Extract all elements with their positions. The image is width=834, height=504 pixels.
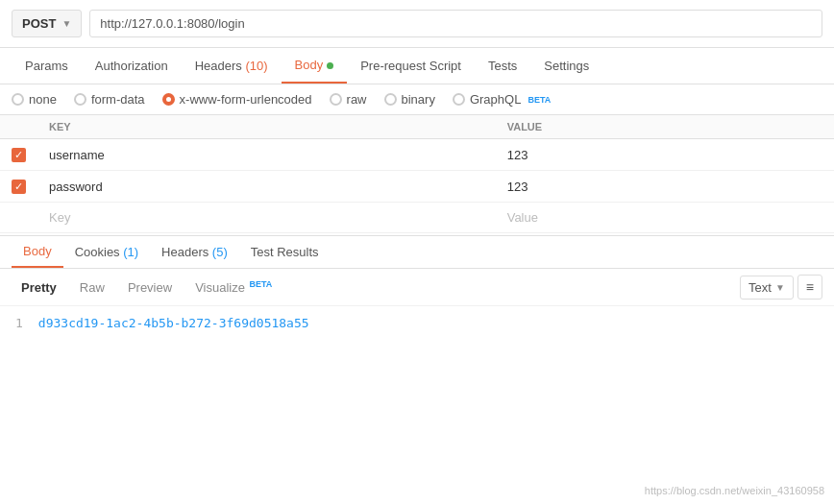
method-select[interactable]: POST ▼	[12, 10, 82, 37]
kv-new-row: KeyValue	[0, 203, 834, 233]
radio-form-data[interactable]: form-data	[74, 92, 145, 107]
bottom-tab-body[interactable]: Body	[12, 236, 63, 268]
tab-authorization[interactable]: Authorization	[82, 49, 182, 83]
tab-badge-headers: (10)	[242, 59, 268, 73]
bottom-tab-headers[interactable]: Headers (5)	[150, 237, 239, 267]
line-number: 1	[15, 316, 23, 330]
row-value-0[interactable]: 123	[496, 139, 834, 171]
radio-label-graphql: GraphQL	[470, 92, 521, 107]
wrap-icon: ≡	[806, 279, 814, 295]
kv-row: ✓username123	[0, 139, 834, 171]
method-label: POST	[22, 16, 56, 31]
radio-circle-graphql	[453, 93, 465, 106]
resp-tab-raw[interactable]: Raw	[70, 276, 114, 300]
url-input[interactable]	[89, 10, 822, 37]
radio-label-form-data: form-data	[91, 92, 145, 107]
watermark: https://blog.csdn.net/weixin_43160958	[645, 485, 824, 496]
tab-params[interactable]: Params	[12, 49, 82, 83]
new-row-value[interactable]: Value	[496, 203, 834, 233]
method-arrow: ▼	[61, 18, 71, 29]
checkbox-0[interactable]: ✓	[12, 148, 26, 162]
new-val-placeholder: Value	[507, 210, 538, 225]
format-label: Text	[748, 280, 772, 295]
response-line: 1d933cd19-1ac2-4b5b-b272-3f69d0518a55	[15, 316, 819, 330]
resp-tab-pretty[interactable]: Pretty	[12, 276, 66, 300]
radio-none[interactable]: none	[12, 92, 57, 107]
new-row-checkbox-cell	[0, 203, 37, 233]
radio-label-raw: raw	[347, 92, 367, 107]
radio-binary[interactable]: binary	[384, 92, 435, 107]
response-token: d933cd19-1ac2-4b5b-b272-3f69d0518a55	[38, 316, 309, 330]
kv-header-checkbox-col	[0, 115, 37, 139]
wrap-button[interactable]: ≡	[797, 275, 822, 300]
format-select[interactable]: Text▼	[740, 276, 794, 300]
checkbox-1[interactable]: ✓	[12, 180, 26, 194]
radio-label-x-www-form-urlencoded: x-www-form-urlencoded	[180, 92, 312, 107]
row-key-1[interactable]: password	[37, 171, 496, 203]
bottom-badge-headers: (5)	[208, 245, 228, 259]
kv-row: ✓password123	[0, 171, 834, 203]
radio-label-binary: binary	[402, 92, 435, 107]
radio-label-none: none	[29, 92, 57, 107]
tab-settings[interactable]: Settings	[530, 49, 602, 83]
new-key-placeholder: Key	[49, 210, 70, 225]
bottom-tab-cookies[interactable]: Cookies (1)	[63, 237, 150, 267]
radio-x-www-form-urlencoded[interactable]: x-www-form-urlencoded	[162, 92, 312, 107]
radio-circle-form-data	[74, 93, 86, 106]
resp-tab-preview[interactable]: Preview	[118, 276, 182, 300]
url-bar: POST ▼	[0, 0, 834, 48]
response-area: PrettyRawPreviewVisualize BETAText▼≡ 1d9…	[0, 269, 834, 340]
beta-badge-graphql: BETA	[527, 95, 551, 105]
radio-raw[interactable]: raw	[330, 92, 367, 107]
response-toolbar: PrettyRawPreviewVisualize BETAText▼≡	[0, 269, 834, 306]
tab-pre-request-script[interactable]: Pre-request Script	[347, 49, 475, 83]
radio-circle-binary	[384, 93, 397, 106]
kv-header-key: KEY	[37, 115, 496, 139]
row-value-1[interactable]: 123	[496, 171, 834, 203]
row-key-0[interactable]: username	[37, 139, 496, 171]
row-checkbox-0[interactable]: ✓	[0, 139, 37, 171]
resp-beta-visualize: BETA	[247, 279, 272, 289]
row-checkbox-1[interactable]: ✓	[0, 171, 37, 203]
tab-dot-body	[327, 62, 333, 69]
new-row-key[interactable]: Key	[37, 203, 496, 233]
kv-table: KEYVALUE✓username123✓password123KeyValue	[0, 115, 834, 233]
format-arrow: ▼	[775, 282, 785, 293]
bottom-tab-bar: BodyCookies (1)Headers (5)Test Results	[0, 235, 834, 269]
body-type-bar: noneform-datax-www-form-urlencodedrawbin…	[0, 84, 834, 115]
radio-graphql[interactable]: GraphQLBETA	[453, 92, 551, 107]
kv-header-value: VALUE	[496, 115, 834, 139]
tab-headers[interactable]: Headers (10)	[182, 49, 282, 83]
tab-tests[interactable]: Tests	[475, 49, 530, 83]
top-tab-bar: ParamsAuthorizationHeaders (10)BodyPre-r…	[0, 48, 834, 84]
response-content: 1d933cd19-1ac2-4b5b-b272-3f69d0518a55	[0, 306, 834, 340]
bottom-tab-test-results[interactable]: Test Results	[239, 237, 331, 267]
radio-circle-raw	[330, 93, 342, 106]
resp-tab-visualize[interactable]: Visualize BETA	[185, 275, 282, 300]
kv-section: KEYVALUE✓username123✓password123KeyValue	[0, 115, 834, 233]
radio-circle-x-www-form-urlencoded	[162, 93, 175, 106]
tab-body[interactable]: Body	[282, 48, 348, 84]
bottom-badge-cookies: (1)	[120, 245, 139, 259]
radio-circle-none	[12, 93, 24, 106]
